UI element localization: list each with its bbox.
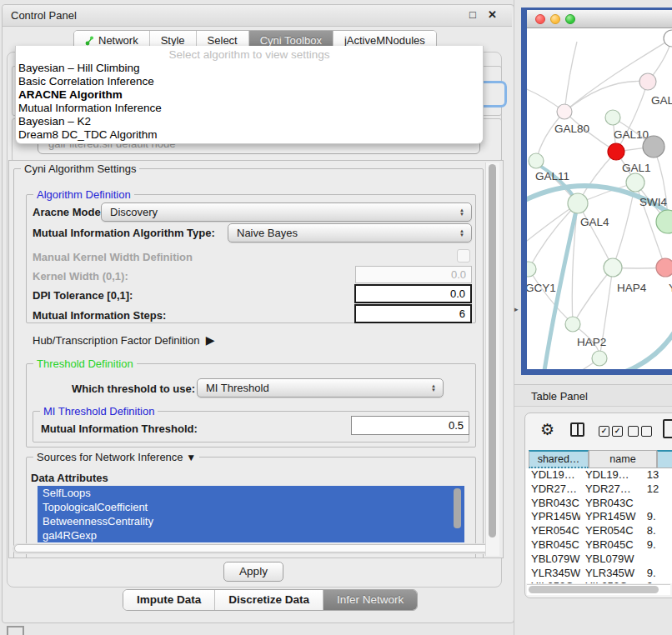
attributes-list-scrollbar[interactable]	[454, 488, 461, 528]
settings-hscrollbar-thumb[interactable]	[14, 544, 491, 552]
which-threshold-combo[interactable]: MI Threshold ▲▼	[197, 378, 444, 398]
dock-panel-icon[interactable]	[7, 626, 24, 635]
close-window-icon[interactable]: ✕	[488, 8, 497, 21]
aracne-mode-combo[interactable]: Discovery ▲▼	[101, 202, 472, 222]
table-row[interactable]: YPR145WYPR145W9.	[526, 510, 672, 524]
table-row[interactable]: YDR27…YDR27…12	[526, 482, 672, 497]
table-cell: YER054C	[526, 524, 580, 538]
algorithm-dropdown[interactable]: Select algorithm to view settings Bayesi…	[15, 46, 484, 144]
kernel-width-input[interactable]	[355, 266, 472, 283]
table-row[interactable]: YBR043CYBR043C	[526, 497, 672, 511]
table-row[interactable]: YBL079WYBL079W	[526, 552, 672, 567]
settings-hscrollbar[interactable]	[13, 543, 496, 554]
column-header-shared[interactable]: shared…	[529, 450, 589, 468]
dpi-tolerance-input[interactable]	[354, 284, 472, 303]
table-cell: YBR045C	[526, 538, 580, 552]
attribute-item[interactable]: BetweennessCentrality	[38, 514, 464, 528]
network-node[interactable]	[529, 153, 544, 168]
checked-columns-icon[interactable]: ✓✓	[599, 426, 623, 437]
mi-threshold-input[interactable]	[351, 416, 469, 435]
new-table-icon[interactable]	[663, 419, 672, 438]
algorithm-option[interactable]: ARACNE Algorithm	[16, 88, 483, 102]
network-node[interactable]	[527, 262, 536, 277]
network-node[interactable]	[605, 110, 620, 125]
control-panel-title: Control Panel	[11, 9, 77, 22]
table-row[interactable]: YER054CYER054C8.	[526, 524, 672, 538]
network-node[interactable]	[664, 30, 672, 47]
mi-steps-input[interactable]	[354, 304, 472, 323]
network-node[interactable]	[643, 136, 664, 158]
network-node[interactable]	[608, 143, 624, 160]
mi-steps-label: Mutual Information Steps:	[33, 309, 166, 322]
manual-kernel-width-checkbox[interactable]	[457, 249, 470, 262]
close-traffic-light-icon[interactable]	[535, 14, 545, 24]
column-header-name[interactable]: name	[589, 450, 657, 468]
table-row[interactable]: YIL052CYIL052C9	[526, 580, 672, 583]
float-window-icon[interactable]: □	[469, 8, 476, 21]
network-canvas[interactable]: GALGAL80GAL10GAL1GAL11SWI4GAL4GCY1HAP4YH…	[527, 29, 672, 369]
network-node[interactable]	[656, 210, 672, 233]
network-node[interactable]	[557, 104, 572, 119]
table-cell: YLR345W	[526, 567, 580, 581]
settings-vscrollbar[interactable]	[485, 162, 499, 556]
table-cell: 9.	[642, 510, 672, 524]
attribute-item[interactable]: TopologicalCoefficient	[38, 500, 464, 514]
network-node[interactable]	[565, 317, 580, 332]
expanded-arrow-icon[interactable]: ▼	[186, 452, 196, 463]
table-hscrollbar[interactable]	[527, 584, 670, 595]
column-header-partial[interactable]	[657, 450, 672, 468]
attribute-item[interactable]: SelfLoops	[38, 486, 464, 500]
node-label: Y	[669, 282, 672, 294]
split-view-icon[interactable]	[570, 422, 584, 437]
table-cell: 9.	[642, 567, 672, 581]
table-cell: YBR043C	[526, 497, 580, 511]
gear-icon[interactable]: ⚙	[540, 420, 554, 439]
node-label: GAL10	[614, 128, 649, 141]
panel-divider-handle[interactable]: ▸	[514, 305, 519, 313]
node-label: GAL1	[622, 162, 651, 174]
algorithm-option[interactable]: Bayesian – Hill Climbing	[16, 62, 483, 75]
table-cell: YIL052C	[526, 580, 580, 583]
tab-infer-network[interactable]: Infer Network	[323, 590, 417, 610]
table-row[interactable]: YBR045CYBR045C9.	[526, 538, 672, 552]
zoom-traffic-light-icon[interactable]	[565, 14, 575, 24]
algorithm-option[interactable]: Bayesian – K2	[16, 115, 483, 128]
table-cell: YDL19…	[526, 468, 580, 482]
algorithm-option[interactable]: Mutual Information Inference	[16, 102, 483, 115]
unchecked-columns-icon[interactable]	[628, 426, 652, 437]
network-node[interactable]	[568, 193, 588, 213]
node-label: GAL	[651, 94, 672, 107]
node-label: SWI4	[639, 196, 667, 208]
network-node[interactable]	[626, 173, 644, 192]
network-node[interactable]	[604, 258, 622, 277]
table-body[interactable]: YDL19…YDL19…13YDR27…YDR27…12YBR043CYBR04…	[526, 468, 672, 583]
tab-discretize-data[interactable]: Discretize Data	[215, 590, 323, 610]
algorithm-option[interactable]: Basic Correlation Inference	[16, 75, 483, 88]
network-node[interactable]	[592, 351, 607, 366]
mi-algorithm-type-combo[interactable]: Naive Bayes ▲▼	[228, 223, 472, 242]
network-canvas-svg: GALGAL80GAL10GAL1GAL11SWI4GAL4GCY1HAP4YH…	[527, 29, 672, 369]
minimize-traffic-light-icon[interactable]	[550, 14, 560, 24]
settings-vscrollbar-thumb[interactable]	[489, 164, 496, 538]
attribute-item[interactable]: gal4RGexp	[38, 528, 464, 542]
algorithm-option[interactable]: Dream8 DC_TDC Algorithm	[16, 128, 483, 142]
bottom-tabs: Impute Data Discretize Data Infer Networ…	[123, 589, 418, 611]
network-node[interactable]	[639, 73, 656, 90]
table-cell: 12	[642, 482, 672, 497]
network-window-titlebar[interactable]	[527, 10, 672, 28]
apply-button[interactable]: Apply	[223, 562, 283, 582]
table-row[interactable]: YLR345WYLR345W9.	[526, 567, 672, 581]
data-attributes-list[interactable]: SelfLoopsTopologicalCoefficientBetweenne…	[38, 486, 464, 544]
table-cell: 8.	[642, 524, 672, 538]
control-panel-titlebar[interactable]	[3, 5, 512, 27]
table-row[interactable]: YDL19…YDL19…13	[526, 468, 672, 482]
hub-definition-toggle[interactable]: Hub/Transcription Factor Definition ▶	[33, 333, 214, 347]
table-cell: 9.	[642, 538, 672, 552]
table-panel-title: Table Panel	[514, 384, 672, 407]
table-cell: YER054C	[580, 524, 642, 538]
table-hscrollbar-thumb[interactable]	[529, 586, 659, 593]
tab-impute-data[interactable]: Impute Data	[123, 590, 215, 610]
network-node[interactable]	[656, 258, 672, 277]
table-cell: YBR043C	[580, 497, 642, 511]
table-cell: YPR145W	[526, 510, 580, 524]
